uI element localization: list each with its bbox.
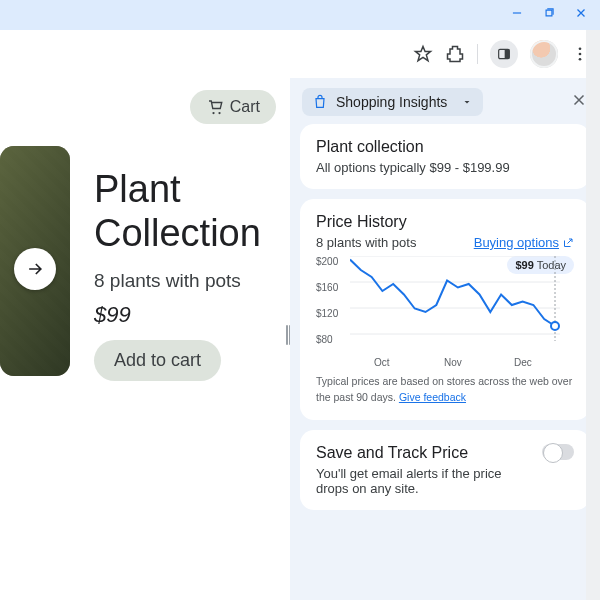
scrollbar-gutter xyxy=(586,30,600,600)
x-tick: Nov xyxy=(444,357,462,368)
save-track-card: Save and Track Price You'll get email al… xyxy=(300,430,590,510)
dropdown-label: Shopping Insights xyxy=(336,94,447,110)
shopping-bag-icon xyxy=(312,94,328,110)
y-tick: $80 xyxy=(316,334,333,345)
svg-point-3 xyxy=(579,53,582,56)
save-track-title: Save and Track Price xyxy=(316,444,530,462)
give-feedback-link[interactable]: Give feedback xyxy=(399,391,466,403)
product-page: Cart PlantCollection 8 plants with pots … xyxy=(0,78,290,600)
svg-point-4 xyxy=(579,58,582,61)
external-link-icon xyxy=(562,237,574,249)
close-icon[interactable] xyxy=(574,6,588,24)
chevron-down-icon xyxy=(461,96,473,108)
product-subtitle: 8 plants with pots xyxy=(94,270,241,292)
toolbar-divider xyxy=(477,44,478,64)
product-title: PlantCollection xyxy=(94,168,261,255)
cart-button[interactable]: Cart xyxy=(190,90,276,124)
minimize-icon[interactable] xyxy=(510,6,524,24)
extensions-icon[interactable] xyxy=(445,44,465,64)
side-panel-icon[interactable] xyxy=(490,40,518,68)
buying-options-link[interactable]: Buying options xyxy=(474,235,574,250)
price-history-card: Price History 8 plants with pots Buying … xyxy=(300,199,590,420)
y-tick: $200 xyxy=(316,256,338,267)
save-track-desc: You'll get email alerts if the price dro… xyxy=(316,466,530,496)
product-price: $99 xyxy=(94,302,131,328)
browser-toolbar xyxy=(0,30,600,78)
chart-footer: Typical prices are based on stores acros… xyxy=(316,374,574,406)
track-price-toggle[interactable] xyxy=(542,444,574,460)
svg-rect-1 xyxy=(505,49,510,58)
profile-avatar[interactable] xyxy=(530,40,558,68)
carousel-next-button[interactable] xyxy=(14,248,56,290)
x-tick: Dec xyxy=(514,357,532,368)
svg-point-12 xyxy=(551,322,559,330)
add-to-cart-button[interactable]: Add to cart xyxy=(94,340,221,381)
bookmark-star-icon[interactable] xyxy=(413,44,433,64)
price-history-subtitle: 8 plants with pots xyxy=(316,235,416,250)
summary-subtitle: All options typically $99 - $199.99 xyxy=(316,160,574,175)
y-tick: $120 xyxy=(316,308,338,319)
svg-point-2 xyxy=(579,47,582,50)
panel-title-dropdown[interactable]: Shopping Insights xyxy=(302,88,483,116)
y-tick: $160 xyxy=(316,282,338,293)
chart-line xyxy=(350,256,560,352)
window-titlebar xyxy=(0,0,600,30)
price-history-title: Price History xyxy=(316,213,574,231)
arrow-right-icon xyxy=(25,259,45,279)
cart-icon xyxy=(206,98,224,116)
x-tick: Oct xyxy=(374,357,390,368)
cart-label: Cart xyxy=(230,98,260,116)
svg-point-6 xyxy=(218,112,220,114)
restore-icon[interactable] xyxy=(542,6,556,24)
shopping-insights-panel: Shopping Insights Plant collection All o… xyxy=(290,78,600,600)
price-history-chart: $200 $160 $120 $80 Oct Nov Dec xyxy=(316,256,574,368)
summary-card: Plant collection All options typically $… xyxy=(300,124,590,189)
summary-title: Plant collection xyxy=(316,138,574,156)
svg-point-5 xyxy=(212,112,214,114)
